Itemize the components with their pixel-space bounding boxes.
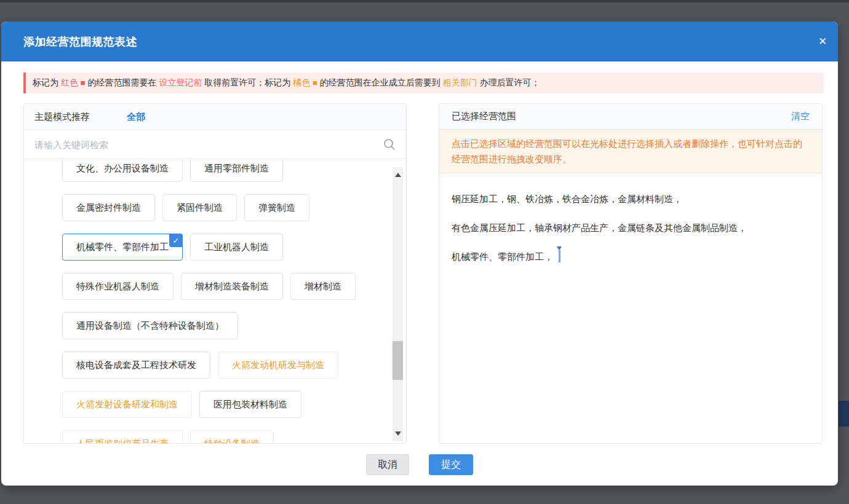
category-button[interactable]: 特殊作业机器人制造 — [62, 273, 173, 300]
left-tab-1[interactable]: 全部 — [127, 111, 145, 123]
category-button[interactable]: 特种设备制造 — [190, 430, 274, 443]
category-button[interactable]: 人民币鉴别仪产品生产 — [62, 430, 183, 443]
scope-line[interactable]: 钢压延加工，钢、铁冶炼，铁合金冶炼，金属材料制造， — [452, 192, 810, 207]
scrollbar[interactable] — [393, 167, 403, 441]
category-button[interactable]: 通用零部件制造 — [190, 159, 283, 182]
category-row: 机械零件、零部件加工✓工业机器人制造 — [62, 234, 381, 261]
category-row: 核电设备成套及工程技术研发火箭发动机研发与制造 — [62, 352, 381, 379]
left-tabs: 主题模式推荐全部 — [24, 104, 406, 130]
orange-square-icon: ■ — [313, 78, 317, 87]
category-button[interactable]: 紧固件制造 — [162, 194, 237, 221]
close-icon[interactable]: ✕ — [812, 31, 833, 52]
search-input[interactable] — [34, 140, 378, 150]
scrollbar-down-arrow-icon[interactable] — [395, 431, 401, 436]
dialog-body: 主题模式推荐全部 文化、办公用设备制造通用零部件制造金属密封件制造紧固件制造弹簧… — [23, 103, 823, 444]
alert-text-segment: 取得前置许可；标记为 — [202, 77, 293, 87]
category-row: 金属密封件制造紧固件制造弹簧制造 — [62, 194, 381, 221]
category-row: 文化、办公用设备制造通用零部件制造 — [62, 159, 381, 182]
dialog-footer: 取消 提交 — [1, 444, 838, 486]
alert-text-segment: 设立登记前 — [159, 77, 202, 87]
category-button[interactable]: 工业机器人制造 — [190, 234, 283, 261]
alert-text-segment: 相关部门 — [443, 77, 477, 87]
selected-scope-panel: 已选择经营范围 清空 点击已选择区域的经营范围可以在光标处进行选择插入或者删除操… — [439, 103, 823, 444]
scope-line[interactable]: 机械零件、零部件加工， — [452, 250, 810, 264]
scrollbar-thumb[interactable] — [393, 341, 403, 380]
submit-button[interactable]: 提交 — [429, 454, 473, 475]
search-row — [24, 130, 406, 159]
category-button[interactable]: 增材制造 — [290, 273, 356, 300]
category-button[interactable]: 通用设备制造（不含特种设备制造） — [62, 312, 238, 339]
add-business-scope-dialog: 添加经营范围规范表述 ✕ 标记为 红色 ■ 的经营范围需要在 设立登记前 取得前… — [1, 22, 838, 486]
clear-button[interactable]: 清空 — [791, 111, 810, 122]
category-button[interactable]: 医用包装材料制造 — [199, 391, 301, 418]
category-row: 人民币鉴别仪产品生产特种设备制造 — [62, 430, 381, 443]
category-button[interactable]: 弹簧制造 — [244, 194, 309, 221]
category-panel: 主题模式推荐全部 文化、办公用设备制造通用零部件制造金属密封件制造紧固件制造弹簧… — [23, 103, 407, 444]
alert-text-segment: 的经营范围在企业成立后需要到 — [317, 77, 443, 87]
category-row: 通用设备制造（不含特种设备制造） — [62, 312, 381, 339]
selected-scope-area[interactable]: 钢压延加工，钢、铁冶炼，铁合金冶炼，金属材料制造，有色金属压延加工，轴承钢材产品… — [439, 173, 822, 443]
category-list: 文化、办公用设备制造通用零部件制造金属密封件制造紧固件制造弹簧制造机械零件、零部… — [62, 159, 381, 443]
selected-scope-header: 已选择经营范围 清空 — [439, 104, 822, 130]
scrollbar-up-arrow-icon[interactable] — [395, 173, 401, 177]
alert-text-segment: 标记为 — [33, 77, 61, 87]
category-button[interactable]: 核电设备成套及工程技术研发 — [62, 352, 210, 379]
category-button[interactable]: 金属密封件制造 — [62, 194, 155, 221]
alert-text-segment: 的经营范围需要在 — [86, 77, 159, 87]
dialog-header: 添加经营范围规范表述 ✕ — [1, 22, 838, 61]
alert-text-segment: 红色 — [61, 77, 81, 87]
check-badge-icon: ✓ — [169, 234, 183, 247]
alert-text-segment: 办理后置许可； — [477, 77, 540, 87]
category-button[interactable]: 增材制造装备制造 — [181, 273, 283, 300]
alert-text: 标记为 红色 ■ 的经营范围需要在 设立登记前 取得前置许可；标记为 橘色 ■ … — [33, 77, 540, 89]
category-row: 火箭发射设备研发和制造医用包装材料制造 — [62, 391, 381, 418]
dialog-title: 添加经营范围规范表述 — [23, 34, 137, 49]
left-tab-0[interactable]: 主题模式推荐 — [34, 111, 90, 123]
category-button[interactable]: 机械零件、零部件加工✓ — [62, 234, 183, 261]
category-row: 特殊作业机器人制造增材制造装备制造增材制造 — [62, 273, 381, 300]
red-square-icon: ■ — [81, 78, 86, 87]
scope-line[interactable]: 有色金属压延加工，轴承钢材产品生产，金属链条及其他金属制品制造， — [452, 221, 810, 235]
selected-scope-notice: 点击已选择区域的经营范围可以在光标处进行选择插入或者删除操作，也可针对点击的经营… — [439, 130, 822, 173]
text-cursor-icon — [559, 250, 560, 262]
category-scroll-area: 文化、办公用设备制造通用零部件制造金属密封件制造紧固件制造弹簧制造机械零件、零部… — [24, 159, 406, 443]
background-content-patch — [839, 401, 849, 427]
category-button[interactable]: 火箭发动机研发与制造 — [218, 352, 338, 379]
category-button[interactable]: 文化、办公用设备制造 — [62, 159, 183, 182]
category-button[interactable]: 火箭发射设备研发和制造 — [62, 391, 192, 418]
cancel-button[interactable]: 取消 — [366, 454, 409, 475]
background-overlay-top — [0, 0, 849, 2]
alert-bar: 标记为 红色 ■ 的经营范围需要在 设立登记前 取得前置许可；标记为 橘色 ■ … — [23, 73, 824, 93]
selected-scope-title: 已选择经营范围 — [452, 111, 791, 122]
alert-text-segment: 橘色 — [293, 77, 313, 87]
search-icon[interactable] — [383, 138, 396, 151]
